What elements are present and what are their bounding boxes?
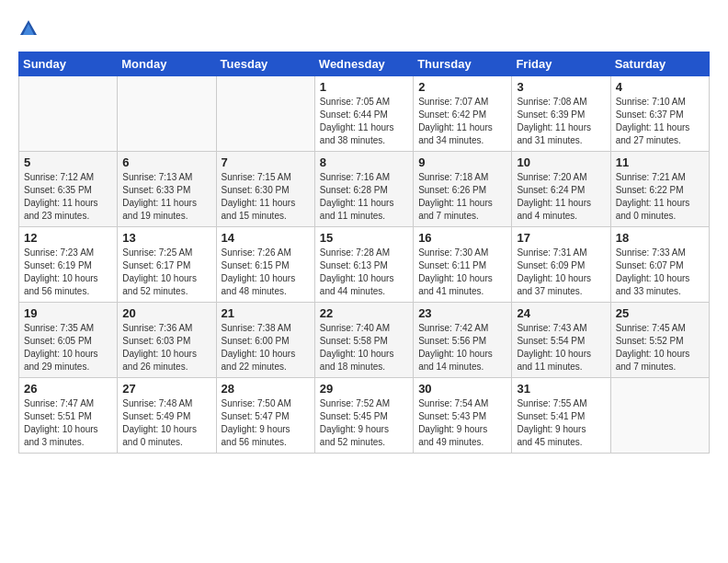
day-info: Sunrise: 7:40 AM Sunset: 5:58 PM Dayligh…	[320, 322, 408, 373]
day-info: Sunrise: 7:10 AM Sunset: 6:37 PM Dayligh…	[616, 96, 704, 147]
day-cell: 28Sunrise: 7:50 AM Sunset: 5:47 PM Dayli…	[216, 378, 314, 454]
day-cell: 23Sunrise: 7:42 AM Sunset: 5:56 PM Dayli…	[414, 303, 512, 378]
weekday-header-wednesday: Wednesday	[314, 52, 413, 76]
day-info: Sunrise: 7:36 AM Sunset: 6:03 PM Dayligh…	[122, 322, 210, 373]
day-number: 12	[24, 231, 112, 245]
day-cell: 14Sunrise: 7:26 AM Sunset: 6:15 PM Dayli…	[216, 227, 314, 303]
day-number: 19	[24, 306, 112, 320]
day-info: Sunrise: 7:08 AM Sunset: 6:39 PM Dayligh…	[517, 96, 605, 147]
weekday-header-row: SundayMondayTuesdayWednesdayThursdayFrid…	[19, 52, 710, 76]
day-info: Sunrise: 7:47 AM Sunset: 5:51 PM Dayligh…	[24, 397, 112, 449]
day-cell: 19Sunrise: 7:35 AM Sunset: 6:05 PM Dayli…	[19, 303, 118, 378]
day-cell: 22Sunrise: 7:40 AM Sunset: 5:58 PM Dayli…	[314, 303, 413, 378]
day-cell: 12Sunrise: 7:23 AM Sunset: 6:19 PM Dayli…	[19, 227, 118, 303]
week-row-2: 5Sunrise: 7:12 AM Sunset: 6:35 PM Daylig…	[19, 152, 710, 227]
day-number: 5	[24, 155, 112, 169]
day-cell: 4Sunrise: 7:10 AM Sunset: 6:37 PM Daylig…	[610, 76, 709, 152]
weekday-header-saturday: Saturday	[610, 52, 709, 76]
day-cell: 26Sunrise: 7:47 AM Sunset: 5:51 PM Dayli…	[19, 378, 118, 454]
day-number: 31	[517, 382, 605, 396]
day-info: Sunrise: 7:38 AM Sunset: 6:00 PM Dayligh…	[222, 322, 310, 373]
weekday-header-thursday: Thursday	[414, 52, 512, 76]
day-number: 10	[517, 155, 605, 169]
day-cell: 10Sunrise: 7:20 AM Sunset: 6:24 PM Dayli…	[512, 152, 610, 227]
page: SundayMondayTuesdayWednesdayThursdayFrid…	[0, 0, 728, 470]
day-info: Sunrise: 7:48 AM Sunset: 5:49 PM Dayligh…	[122, 397, 210, 449]
day-cell: 16Sunrise: 7:30 AM Sunset: 6:11 PM Dayli…	[414, 227, 512, 303]
day-number: 8	[320, 155, 408, 169]
day-number: 28	[222, 382, 310, 396]
day-cell: 31Sunrise: 7:55 AM Sunset: 5:41 PM Dayli…	[512, 378, 610, 454]
day-info: Sunrise: 7:26 AM Sunset: 6:15 PM Dayligh…	[222, 247, 310, 298]
calendar-table: SundayMondayTuesdayWednesdayThursdayFrid…	[18, 52, 710, 454]
day-number: 27	[122, 382, 210, 396]
day-number: 9	[418, 155, 506, 169]
week-row-5: 26Sunrise: 7:47 AM Sunset: 5:51 PM Dayli…	[19, 378, 710, 454]
day-info: Sunrise: 7:12 AM Sunset: 6:35 PM Dayligh…	[24, 171, 112, 223]
day-number: 3	[517, 80, 605, 94]
day-info: Sunrise: 7:42 AM Sunset: 5:56 PM Dayligh…	[418, 322, 506, 373]
day-number: 21	[222, 306, 310, 320]
day-number: 22	[320, 306, 408, 320]
day-info: Sunrise: 7:28 AM Sunset: 6:13 PM Dayligh…	[320, 247, 408, 298]
header	[18, 17, 710, 39]
day-cell: 1Sunrise: 7:05 AM Sunset: 6:44 PM Daylig…	[314, 76, 413, 152]
day-cell	[19, 76, 118, 152]
day-number: 20	[122, 306, 210, 320]
day-number: 4	[616, 80, 704, 94]
day-number: 25	[616, 306, 704, 320]
day-number: 14	[222, 231, 310, 245]
day-info: Sunrise: 7:05 AM Sunset: 6:44 PM Dayligh…	[320, 96, 408, 147]
day-info: Sunrise: 7:18 AM Sunset: 6:26 PM Dayligh…	[418, 171, 506, 223]
day-info: Sunrise: 7:45 AM Sunset: 5:52 PM Dayligh…	[616, 322, 704, 373]
day-number: 23	[418, 306, 506, 320]
day-info: Sunrise: 7:25 AM Sunset: 6:17 PM Dayligh…	[122, 247, 210, 298]
day-number: 2	[418, 80, 506, 94]
day-info: Sunrise: 7:13 AM Sunset: 6:33 PM Dayligh…	[122, 171, 210, 223]
day-info: Sunrise: 7:30 AM Sunset: 6:11 PM Dayligh…	[418, 247, 506, 298]
week-row-1: 1Sunrise: 7:05 AM Sunset: 6:44 PM Daylig…	[19, 76, 710, 152]
day-number: 18	[616, 231, 704, 245]
day-cell: 18Sunrise: 7:33 AM Sunset: 6:07 PM Dayli…	[610, 227, 709, 303]
day-number: 17	[517, 231, 605, 245]
day-cell: 15Sunrise: 7:28 AM Sunset: 6:13 PM Dayli…	[314, 227, 413, 303]
day-info: Sunrise: 7:43 AM Sunset: 5:54 PM Dayligh…	[517, 322, 605, 373]
day-cell: 11Sunrise: 7:21 AM Sunset: 6:22 PM Dayli…	[610, 152, 709, 227]
day-cell: 30Sunrise: 7:54 AM Sunset: 5:43 PM Dayli…	[414, 378, 512, 454]
day-cell	[216, 76, 314, 152]
day-cell: 8Sunrise: 7:16 AM Sunset: 6:28 PM Daylig…	[314, 152, 413, 227]
day-cell: 13Sunrise: 7:25 AM Sunset: 6:17 PM Dayli…	[118, 227, 216, 303]
day-info: Sunrise: 7:07 AM Sunset: 6:42 PM Dayligh…	[418, 96, 506, 147]
day-info: Sunrise: 7:50 AM Sunset: 5:47 PM Dayligh…	[222, 397, 310, 449]
day-cell: 6Sunrise: 7:13 AM Sunset: 6:33 PM Daylig…	[118, 152, 216, 227]
day-cell: 27Sunrise: 7:48 AM Sunset: 5:49 PM Dayli…	[118, 378, 216, 454]
day-number: 6	[122, 155, 210, 169]
day-info: Sunrise: 7:33 AM Sunset: 6:07 PM Dayligh…	[616, 247, 704, 298]
week-row-4: 19Sunrise: 7:35 AM Sunset: 6:05 PM Dayli…	[19, 303, 710, 378]
day-number: 7	[222, 155, 310, 169]
weekday-header-sunday: Sunday	[19, 52, 118, 76]
day-cell: 24Sunrise: 7:43 AM Sunset: 5:54 PM Dayli…	[512, 303, 610, 378]
day-info: Sunrise: 7:15 AM Sunset: 6:30 PM Dayligh…	[222, 171, 310, 223]
week-row-3: 12Sunrise: 7:23 AM Sunset: 6:19 PM Dayli…	[19, 227, 710, 303]
day-info: Sunrise: 7:21 AM Sunset: 6:22 PM Dayligh…	[616, 171, 704, 223]
logo-icon	[18, 18, 39, 39]
day-cell: 25Sunrise: 7:45 AM Sunset: 5:52 PM Dayli…	[610, 303, 709, 378]
weekday-header-friday: Friday	[512, 52, 610, 76]
day-info: Sunrise: 7:52 AM Sunset: 5:45 PM Dayligh…	[320, 397, 408, 449]
day-number: 16	[418, 231, 506, 245]
day-cell: 20Sunrise: 7:36 AM Sunset: 6:03 PM Dayli…	[118, 303, 216, 378]
day-cell: 29Sunrise: 7:52 AM Sunset: 5:45 PM Dayli…	[314, 378, 413, 454]
day-number: 1	[320, 80, 408, 94]
day-number: 15	[320, 231, 408, 245]
day-cell	[118, 76, 216, 152]
day-number: 13	[122, 231, 210, 245]
day-info: Sunrise: 7:35 AM Sunset: 6:05 PM Dayligh…	[24, 322, 112, 373]
day-cell: 3Sunrise: 7:08 AM Sunset: 6:39 PM Daylig…	[512, 76, 610, 152]
day-info: Sunrise: 7:54 AM Sunset: 5:43 PM Dayligh…	[418, 397, 506, 449]
day-info: Sunrise: 7:55 AM Sunset: 5:41 PM Dayligh…	[517, 397, 605, 449]
day-cell: 2Sunrise: 7:07 AM Sunset: 6:42 PM Daylig…	[414, 76, 512, 152]
day-cell: 9Sunrise: 7:18 AM Sunset: 6:26 PM Daylig…	[414, 152, 512, 227]
day-number: 26	[24, 382, 112, 396]
day-cell	[610, 378, 709, 454]
